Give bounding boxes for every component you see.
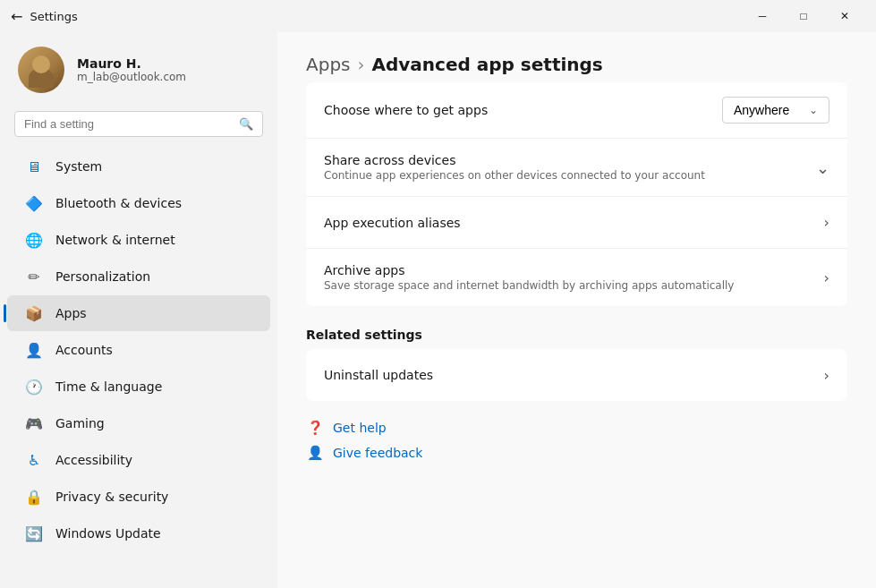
time-icon: 🕐 [25, 378, 43, 396]
user-email: m_lab@outlook.com [77, 71, 263, 83]
get-help-label: Get help [333, 421, 387, 435]
sidebar-nav: 🖥 System 🔷 Bluetooth & devices 🌐 Network… [0, 148, 277, 552]
sidebar-item-update[interactable]: 🔄 Windows Update [7, 516, 270, 551]
user-panel[interactable]: Mauro H. m_lab@outlook.com [0, 32, 277, 107]
setting-row-get-apps[interactable]: Choose where to get apps Anywhere ⌄ [306, 82, 847, 139]
user-info: Mauro H. m_lab@outlook.com [77, 56, 263, 83]
search-input[interactable] [24, 117, 232, 131]
bluetooth-icon: 🔷 [25, 194, 43, 212]
search-icon: 🔍 [239, 117, 253, 131]
setting-desc: Save storage space and internet bandwidt… [324, 279, 824, 292]
setting-control: › [824, 214, 829, 231]
sidebar-item-gaming[interactable]: 🎮 Gaming [7, 405, 270, 441]
setting-label: App execution aliases [324, 216, 824, 230]
sidebar-item-label: Privacy & security [55, 490, 168, 504]
related-settings-card: Uninstall updates › [306, 349, 847, 401]
maximize-button[interactable]: □ [783, 2, 824, 30]
main-settings-card: Choose where to get apps Anywhere ⌄ Shar… [306, 82, 847, 306]
accounts-icon: 👤 [25, 341, 43, 359]
anywhere-dropdown[interactable]: Anywhere ⌄ [722, 97, 829, 124]
sidebar-item-label: Time & language [55, 379, 162, 394]
expand-icon: ⌄ [816, 158, 829, 177]
setting-label-group: Choose where to get apps [324, 103, 722, 117]
sidebar-item-system[interactable]: 🖥 System [7, 149, 270, 184]
gaming-icon: 🎮 [25, 414, 43, 432]
sidebar-item-label: Bluetooth & devices [55, 196, 182, 210]
back-icon[interactable]: ← [11, 8, 22, 25]
update-icon: 🔄 [25, 524, 43, 542]
breadcrumb: Apps › Advanced app settings [306, 54, 847, 75]
sidebar-item-network[interactable]: 🌐 Network & internet [7, 222, 270, 258]
sidebar: Mauro H. m_lab@outlook.com 🔍 🖥 System 🔷 … [0, 32, 277, 588]
give-feedback-link[interactable]: 👤 Give feedback [306, 444, 847, 462]
sidebar-item-label: Network & internet [55, 233, 175, 247]
help-icon: ❓ [306, 419, 324, 437]
breadcrumb-parent[interactable]: Apps [306, 54, 351, 75]
close-button[interactable]: ✕ [824, 2, 865, 30]
arrow-right-icon: › [824, 367, 829, 384]
apps-icon: 📦 [25, 304, 43, 322]
sidebar-item-label: Accessibility [55, 453, 132, 467]
related-settings-title: Related settings [306, 328, 847, 342]
sidebar-item-label: Windows Update [55, 526, 161, 541]
accessibility-icon: ♿ [25, 451, 43, 469]
setting-label-group: Archive apps Save storage space and inte… [324, 263, 824, 292]
setting-row-share-devices[interactable]: Share across devices Continue app experi… [306, 139, 847, 197]
feedback-icon: 👤 [306, 444, 324, 462]
setting-control: Anywhere ⌄ [722, 97, 829, 124]
sidebar-item-label: System [55, 159, 102, 174]
sidebar-item-label: Apps [55, 306, 87, 320]
setting-label-group: Share across devices Continue app experi… [324, 153, 816, 182]
setting-row-uninstall-updates[interactable]: Uninstall updates › [306, 349, 847, 401]
chevron-down-icon: ⌄ [809, 104, 818, 116]
dropdown-value: Anywhere [734, 103, 789, 117]
content-area: Apps › Advanced app settings Choose wher… [277, 32, 876, 588]
sidebar-item-accessibility[interactable]: ♿ Accessibility [7, 442, 270, 478]
network-icon: 🌐 [25, 231, 43, 249]
breadcrumb-current: Advanced app settings [372, 54, 603, 75]
search-box[interactable]: 🔍 [14, 111, 263, 137]
minimize-button[interactable]: ─ [742, 2, 783, 30]
sidebar-item-apps[interactable]: 📦 Apps [7, 295, 270, 331]
privacy-icon: 🔒 [25, 488, 43, 506]
sidebar-item-label: Personalization [55, 269, 150, 284]
setting-label: Archive apps [324, 263, 824, 277]
system-icon: 🖥 [25, 158, 43, 175]
window-controls: ─ □ ✕ [742, 2, 865, 30]
setting-control: ⌄ [816, 158, 829, 177]
sidebar-item-privacy[interactable]: 🔒 Privacy & security [7, 479, 270, 515]
setting-label: Uninstall updates [324, 368, 824, 382]
sidebar-item-accounts[interactable]: 👤 Accounts [7, 332, 270, 368]
app-title: Settings [30, 10, 77, 23]
setting-desc: Continue app experiences on other device… [324, 169, 816, 182]
sidebar-item-time[interactable]: 🕐 Time & language [7, 369, 270, 405]
sidebar-item-bluetooth[interactable]: 🔷 Bluetooth & devices [7, 185, 270, 221]
setting-label: Share across devices [324, 153, 816, 167]
arrow-right-icon: › [824, 269, 829, 286]
user-name: Mauro H. [77, 56, 263, 71]
breadcrumb-separator: › [358, 54, 365, 75]
sidebar-item-personalization[interactable]: ✏ Personalization [7, 259, 270, 294]
setting-control: › [824, 367, 829, 384]
setting-label: Choose where to get apps [324, 103, 722, 117]
help-links: ❓ Get help 👤 Give feedback [306, 419, 847, 462]
setting-label-group: App execution aliases [324, 216, 824, 230]
setting-row-app-execution[interactable]: App execution aliases › [306, 197, 847, 249]
sidebar-item-label: Gaming [55, 416, 105, 430]
get-help-link[interactable]: ❓ Get help [306, 419, 847, 437]
titlebar: ← Settings ─ □ ✕ [0, 0, 876, 32]
give-feedback-label: Give feedback [333, 446, 422, 460]
personalization-icon: ✏ [25, 268, 43, 285]
setting-label-group: Uninstall updates [324, 368, 824, 382]
sidebar-item-label: Accounts [55, 343, 113, 357]
arrow-right-icon: › [824, 214, 829, 231]
avatar [18, 47, 64, 93]
setting-control: › [824, 269, 829, 286]
setting-row-archive-apps[interactable]: Archive apps Save storage space and inte… [306, 249, 847, 306]
